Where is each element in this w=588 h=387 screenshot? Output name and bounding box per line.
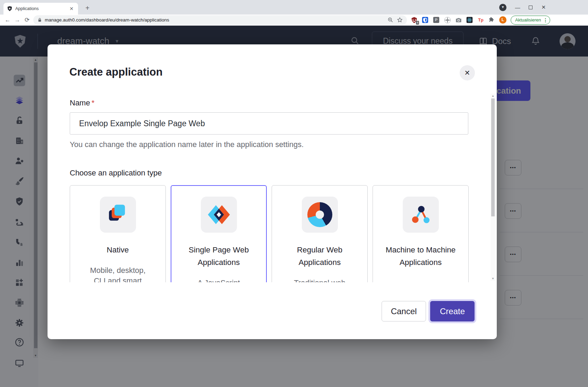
back-button[interactable]: ← [3,17,12,24]
application-type-cards: NativeMobile, desktop,CLI and smartSingl… [70,185,469,282]
svg-text:P: P [435,18,438,22]
modal-scrollbar[interactable]: ▲ ▼ [491,94,495,281]
ublock-origin-icon[interactable]: 4 [410,16,418,24]
card-description: Mobile, desktop,CLI and smart [78,265,158,282]
lock-icon [37,18,42,22]
create-application-modal: Create application ✕ Name* You can chang… [48,44,497,339]
extensions-puzzle-icon[interactable] [488,16,495,24]
browser-window: Applications ✕ + ▾ — ✕ ← → ⟳ manage.auth… [0,0,588,387]
close-icon: ✕ [465,69,470,77]
cancel-button[interactable]: Cancel [382,301,426,321]
new-tab-button[interactable]: + [83,4,92,12]
browser-update-icon[interactable]: ▾ [499,4,506,11]
browser-tab[interactable]: Applications ✕ [3,3,78,15]
card-description: Traditional web [280,278,360,282]
browser-menu-icon[interactable]: ⋮ [543,18,548,22]
react-devtools-icon[interactable] [466,16,473,24]
browser-toolbar: ← → ⟳ manage.auth0.com/dashboard/eu/drea… [0,15,588,26]
name-hint-text: You can change the application name late… [70,140,469,149]
bitwarden-icon[interactable] [421,16,429,24]
required-asterisk: * [92,98,95,107]
auth0-favicon [7,6,12,11]
proxy-p-icon[interactable]: P [433,16,440,24]
forward-button[interactable]: → [12,17,22,24]
svg-text:Tp: Tp [478,18,484,23]
profile-avatar[interactable]: L [499,16,506,24]
extensions-row: 4PTpL [410,16,506,24]
modal-close-button[interactable]: ✕ [460,65,475,80]
spa-icon [201,197,237,233]
update-label: Aktualisieren [515,17,541,23]
application-name-input[interactable] [70,112,468,135]
card-title: Single Page Web Applications [182,244,255,269]
app-type-card-machine-to-machine[interactable]: Machine to Machine Applications [373,185,469,282]
app-type-card-spa[interactable]: Single Page Web ApplicationsA JavaScript [171,185,267,282]
window-close-button[interactable]: ✕ [540,4,547,10]
tampermonkey-icon[interactable]: Tp [477,16,484,24]
card-title: Native [82,244,154,256]
card-description: A JavaScript [179,278,259,282]
modal-title: Create application [69,66,163,78]
tab-close-icon[interactable]: ✕ [68,6,75,11]
create-button[interactable]: Create [430,301,475,321]
camera-icon[interactable] [455,16,462,24]
tab-strip: Applications ✕ + ▾ — ✕ [0,0,588,15]
name-field-label: Name* [70,98,469,108]
application-type-section-label: Choose an application type [70,169,469,178]
window-minimize-button[interactable]: — [514,5,521,10]
bookmark-star-icon[interactable] [397,17,403,23]
window-maximize-button[interactable] [529,6,532,9]
screen-capture-icon[interactable] [444,16,451,24]
chrome-update-button[interactable]: Aktualisieren ⋮ [511,16,550,25]
modal-body: Name* You can change the application nam… [70,89,469,282]
regular-web-icon [302,197,338,233]
modal-footer: Cancel Create [48,301,497,339]
page-zoom-icon[interactable] [387,17,393,23]
url-bar[interactable]: manage.auth0.com/dashboard/eu/dream-watc… [33,15,407,25]
tab-title: Applications [15,6,68,11]
card-title: Machine to Machine Applications [384,244,457,269]
app-type-card-native[interactable]: NativeMobile, desktop,CLI and smart [70,185,166,282]
app-type-card-regular-web[interactable]: Regular Web ApplicationsTraditional web [272,185,368,282]
native-icon [100,197,136,233]
url-text: manage.auth0.com/dashboard/eu/dream-watc… [45,17,384,23]
reload-button[interactable]: ⟳ [22,16,32,24]
card-title: Regular Web Applications [283,244,356,269]
machine-to-machine-icon [403,197,439,233]
